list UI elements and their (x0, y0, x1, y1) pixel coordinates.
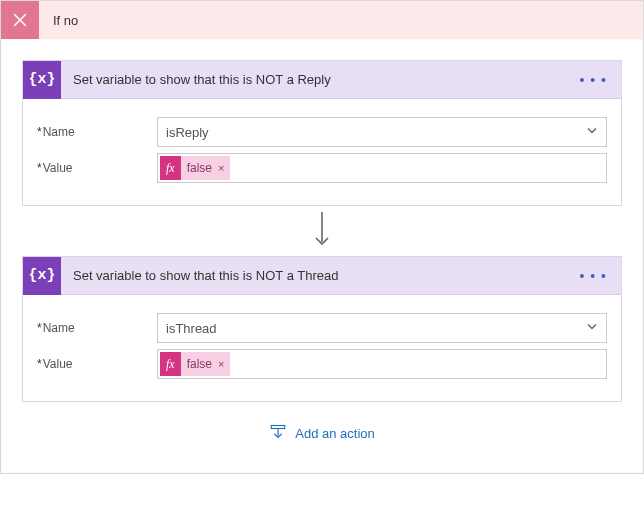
action-card-body: *Name isThread *Value fx fal (23, 295, 621, 401)
name-input[interactable]: isThread (157, 313, 607, 343)
chevron-down-icon (586, 125, 598, 140)
name-value: isReply (166, 125, 209, 140)
chevron-down-icon (586, 321, 598, 336)
value-field-row: *Value fx false × (37, 153, 607, 183)
name-input[interactable]: isReply (157, 117, 607, 147)
expression-label: false × (181, 156, 231, 180)
value-input[interactable]: fx false × (157, 153, 607, 183)
action-card-title: Set variable to show that this is NOT a … (61, 268, 566, 283)
ellipsis-icon[interactable]: • • • (566, 72, 621, 88)
add-action-label: Add an action (295, 426, 375, 441)
value-label: *Value (37, 357, 157, 371)
expression-label: false × (181, 352, 231, 376)
fx-icon: fx (160, 352, 181, 376)
action-card: {x} Set variable to show that this is NO… (22, 60, 622, 206)
value-input[interactable]: fx false × (157, 349, 607, 379)
flow-arrow-icon (22, 206, 622, 256)
svg-rect-3 (271, 426, 285, 429)
action-card-header[interactable]: {x} Set variable to show that this is NO… (23, 257, 621, 295)
close-icon[interactable] (1, 1, 39, 39)
add-action-button[interactable]: Add an action (22, 402, 622, 462)
branch-header[interactable]: If no (1, 1, 643, 39)
actions-area: {x} Set variable to show that this is NO… (2, 40, 642, 472)
action-card-header[interactable]: {x} Set variable to show that this is NO… (23, 61, 621, 99)
expression-token[interactable]: fx false × (160, 352, 230, 376)
name-field-row: *Name isReply (37, 117, 607, 147)
branch-title: If no (39, 13, 78, 28)
ellipsis-icon[interactable]: • • • (566, 268, 621, 284)
add-action-icon (269, 424, 287, 442)
if-no-container: If no {x} Set variable to show that this… (0, 0, 644, 474)
action-card-body: *Name isReply *Value fx fals (23, 99, 621, 205)
expression-token[interactable]: fx false × (160, 156, 230, 180)
remove-token-icon[interactable]: × (218, 358, 224, 370)
name-field-row: *Name isThread (37, 313, 607, 343)
remove-token-icon[interactable]: × (218, 162, 224, 174)
name-label: *Name (37, 321, 157, 335)
name-label: *Name (37, 125, 157, 139)
variable-icon: {x} (23, 61, 61, 99)
value-label: *Value (37, 161, 157, 175)
name-value: isThread (166, 321, 217, 336)
action-card-title: Set variable to show that this is NOT a … (61, 72, 566, 87)
variable-icon: {x} (23, 257, 61, 295)
value-field-row: *Value fx false × (37, 349, 607, 379)
action-card: {x} Set variable to show that this is NO… (22, 256, 622, 402)
fx-icon: fx (160, 156, 181, 180)
